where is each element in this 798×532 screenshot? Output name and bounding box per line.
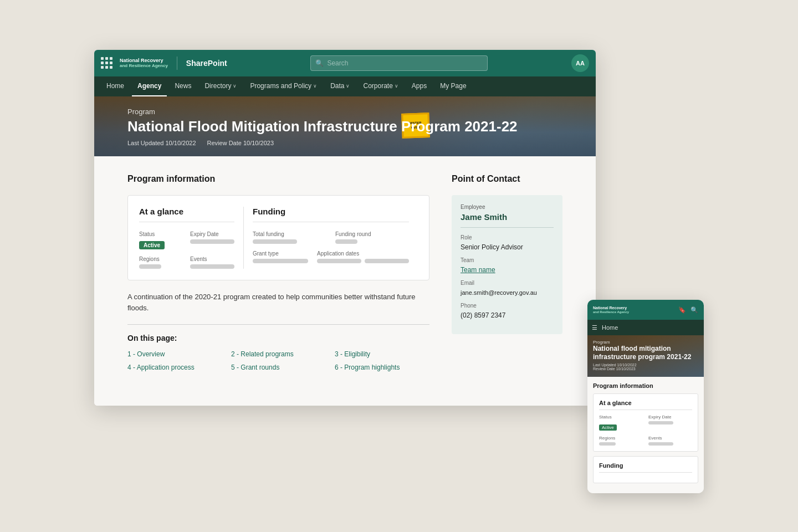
mobile-funding-heading: Funding xyxy=(599,462,692,473)
on-this-page-item-6[interactable]: 6 - Program highlights xyxy=(335,364,429,371)
content-area: Program information At a glance Status A… xyxy=(94,156,596,406)
mobile-hero-content: Program National flood mitigation infras… xyxy=(587,335,704,375)
at-a-glance-heading: At a glance xyxy=(139,207,234,222)
app-date-from xyxy=(317,259,361,263)
events-field: Events xyxy=(190,256,234,269)
total-funding-value xyxy=(253,239,297,244)
poc-phone-field: Phone (02) 8597 2347 xyxy=(461,303,554,320)
nav-item-home[interactable]: Home xyxy=(101,76,130,96)
poc-phone-label: Phone xyxy=(461,303,554,309)
hero-label: Program xyxy=(127,108,562,116)
waffle-dot xyxy=(101,62,104,64)
info-card-grid: At a glance Status Active Expiry Date xyxy=(139,207,418,269)
funding-heading: Funding xyxy=(253,207,409,222)
mobile-status-row: Status Active Expiry Date xyxy=(599,415,692,431)
mobile-last-updated: Last Updated 10/10/2022 xyxy=(593,363,637,367)
mobile-window: National Recovery and Resilience Agency … xyxy=(587,300,704,493)
hero-title: National Flood Mitigation Infrastructure… xyxy=(127,118,562,135)
regions-row: Regions Events xyxy=(139,256,234,269)
poc-email-value: jane.smith@recovery.gov.au xyxy=(461,289,537,296)
waffle-dot xyxy=(101,66,104,69)
data-chevron: ∨ xyxy=(346,83,350,89)
desktop-window: National Recovery and Resilience Agency … xyxy=(94,50,596,406)
mobile-hero: Program National flood mitigation infras… xyxy=(587,335,704,377)
regions-field: Regions xyxy=(139,256,181,269)
nav-item-agency[interactable]: Agency xyxy=(132,76,167,96)
funding-round-value xyxy=(335,239,357,244)
mobile-nav-home[interactable]: Home xyxy=(602,324,618,331)
poc-team-field: Team Team name xyxy=(461,257,554,274)
poc-role-label: Role xyxy=(461,234,554,241)
on-this-page-item-4[interactable]: 4 - Application process xyxy=(127,364,222,371)
funding-row2: Grant type Application dates xyxy=(253,250,409,263)
mobile-hero-meta: Last Updated 10/10/2022 Review Date 10/1… xyxy=(593,363,698,371)
search-bar[interactable]: 🔍 Search xyxy=(310,55,488,71)
nav-item-apps[interactable]: Apps xyxy=(406,76,432,96)
navigation-bar: Home Agency News Directory ∨ Programs an… xyxy=(94,76,596,96)
on-this-page-title: On this page: xyxy=(127,334,429,342)
waffle-dot xyxy=(110,62,112,64)
mobile-expiry-label: Expiry Date xyxy=(648,415,692,420)
hero-content: Program National Flood Mitigation Infras… xyxy=(94,96,596,156)
app-name: SharePoint xyxy=(186,59,227,68)
hero-last-updated: Last Updated 10/10/2022 xyxy=(127,140,196,146)
nav-item-mypage[interactable]: My Page xyxy=(434,76,472,96)
main-content: Program information At a glance Status A… xyxy=(127,174,429,388)
mobile-section-title: Program information xyxy=(593,382,698,389)
nav-item-directory[interactable]: Directory ∨ xyxy=(199,76,242,96)
poc-email-field: Email jane.smith@recovery.gov.au xyxy=(461,280,554,297)
search-icon: 🔍 xyxy=(315,59,324,67)
info-card: At a glance Status Active Expiry Date xyxy=(127,195,429,280)
status-label: Status xyxy=(139,231,181,237)
mobile-review-date: Review Date 10/10/2023 xyxy=(593,367,636,371)
mobile-logo[interactable]: National Recovery and Resilience Agency xyxy=(593,306,629,314)
nav-item-programs[interactable]: Programs and Policy ∨ xyxy=(244,76,323,96)
status-row: Status Active Expiry Date xyxy=(139,231,234,249)
on-this-page-item-2[interactable]: 2 - Related programs xyxy=(231,350,326,358)
regions-value xyxy=(139,264,161,269)
on-this-page-item-5[interactable]: 5 - Grant rounds xyxy=(231,364,326,371)
mobile-at-a-glance-heading: At a glance xyxy=(599,400,692,410)
mobile-search-icon[interactable]: 🔍 xyxy=(690,306,698,314)
org-logo[interactable]: National Recovery and Resilience Agency xyxy=(120,58,168,69)
grant-type-field: Grant type xyxy=(253,250,308,263)
expiry-date-label: Expiry Date xyxy=(190,231,234,237)
poc-phone-value: (02) 8597 2347 xyxy=(461,311,505,319)
sidebar: Point of Contact Employee Jame Smith Rol… xyxy=(452,174,562,388)
hamburger-icon[interactable]: ☰ xyxy=(592,324,597,331)
total-funding-label: Total funding xyxy=(253,231,326,237)
on-this-page-item-3[interactable]: 3 - Eligibility xyxy=(335,350,429,358)
total-funding-field: Total funding xyxy=(253,231,326,244)
mobile-events-field: Events xyxy=(648,436,692,446)
mobile-content: Program information At a glance Status A… xyxy=(587,377,704,493)
nav-item-news[interactable]: News xyxy=(169,76,197,96)
at-a-glance-section: At a glance Status Active Expiry Date xyxy=(139,207,244,269)
search-placeholder: Search xyxy=(327,59,348,67)
on-this-page-item-1[interactable]: 1 - Overview xyxy=(127,350,222,358)
nav-item-data[interactable]: Data ∨ xyxy=(325,76,355,96)
poc-name: Jame Smith xyxy=(461,212,554,228)
mobile-bookmark-icon[interactable]: 🔖 xyxy=(678,306,686,314)
events-value xyxy=(190,264,234,269)
mobile-regions-label: Regions xyxy=(599,436,643,441)
poc-role-value: Senior Policy Advisor xyxy=(461,243,523,251)
mobile-regions-value xyxy=(599,442,616,446)
program-description: A continuation of the 2020-21 program cr… xyxy=(127,291,429,313)
app-date-to xyxy=(365,259,409,263)
nav-item-corporate[interactable]: Corporate ∨ xyxy=(357,76,403,96)
logo-line2: and Resilience Agency xyxy=(120,64,168,69)
waffle-dot xyxy=(110,66,112,69)
mobile-at-a-glance-card: At a glance Status Active Expiry Date Re… xyxy=(593,393,698,452)
mobile-status-badge: Active xyxy=(599,424,617,431)
user-avatar[interactable]: AA xyxy=(571,54,589,72)
poc-section-title: Point of Contact xyxy=(452,174,562,184)
waffle-dot xyxy=(101,57,104,60)
sharepoint-topbar: National Recovery and Resilience Agency … xyxy=(94,50,596,76)
content-divider xyxy=(127,324,429,325)
programs-chevron: ∨ xyxy=(313,83,317,89)
expiry-date-value xyxy=(190,239,234,244)
funding-round-field: Funding round xyxy=(335,231,409,244)
search-container: 🔍 Search xyxy=(234,55,565,71)
poc-team-value[interactable]: Team name xyxy=(461,266,495,274)
waffle-menu[interactable] xyxy=(101,57,113,69)
